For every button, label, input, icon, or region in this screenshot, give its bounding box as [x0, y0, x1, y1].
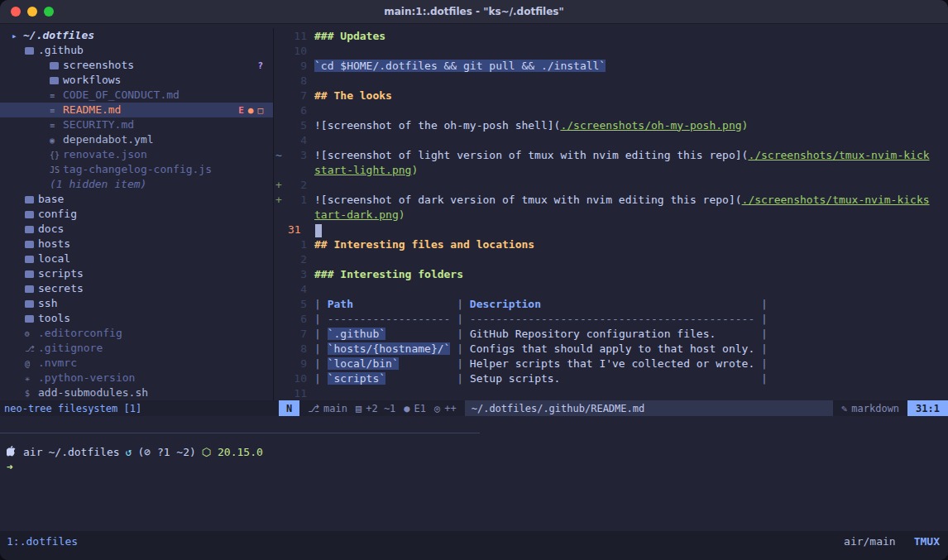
tree-item-dependabot-yml[interactable]: ◉dependabot.yml — [0, 132, 273, 147]
git-modified-marker: ● — [248, 105, 254, 116]
editor-line[interactable]: tart-dark.png) — [275, 207, 948, 222]
line-number: 6 — [287, 104, 307, 117]
editor-line[interactable]: 5| Path | Description | — [275, 296, 948, 311]
line-segment: | — [754, 357, 768, 370]
tree-item-python-version[interactable]: ✳.python-version — [0, 371, 273, 385]
line-number: 9 — [287, 60, 307, 72]
editor-line[interactable]: 3### Interesting folders — [275, 266, 948, 281]
editor-line[interactable]: 5![screenshot of the oh-my-posh shell](.… — [275, 117, 948, 132]
tree-item-label: tag-changelog-config.js — [63, 162, 212, 177]
editor-line[interactable]: start-light.png) — [275, 162, 948, 177]
tree-item-label: renovate.json — [63, 147, 147, 162]
tree-item-screenshots[interactable]: screenshots? — [0, 58, 273, 73]
line-number: 10 — [287, 372, 307, 385]
tree-item-1-hidden-item[interactable]: (1 hidden item) — [0, 177, 273, 192]
git-icon: ⎇ — [25, 344, 38, 353]
cursor — [315, 224, 322, 237]
close-button[interactable] — [11, 7, 21, 17]
editor-line[interactable]: +2 — [275, 177, 948, 192]
line-segment: | — [450, 372, 469, 385]
editor-line[interactable]: 2 — [275, 251, 948, 266]
tree-item-label: config — [38, 207, 77, 222]
tree-item-ssh[interactable]: ssh — [0, 296, 273, 311]
tree-item-workflows[interactable]: workflows — [0, 73, 273, 88]
folder-icon — [25, 270, 38, 278]
tree-item-label: CODE_OF_CONDUCT.md — [63, 88, 180, 103]
editor-line[interactable]: 11 — [275, 385, 948, 400]
tree-item-docs[interactable]: docs — [0, 222, 273, 237]
diagnostic-count: E1 — [414, 403, 426, 414]
line-segment: | — [754, 328, 768, 340]
tree-item-github[interactable]: .github — [0, 43, 273, 58]
editor-line[interactable]: 6 — [275, 103, 948, 117]
line-segment: | — [450, 313, 469, 325]
line-segment — [399, 357, 451, 370]
line-segment: ) — [399, 208, 405, 221]
line-number: 6 — [287, 313, 307, 325]
terminal-pane[interactable]: air~/.dotfiles↺(⊘ ?1 ~2)⬡ 20.15.0 ➜ — [0, 416, 948, 531]
editor-line[interactable]: 6| ------------------- | ---------------… — [275, 311, 948, 326]
line-text: ### Interesting folders — [314, 268, 463, 280]
tree-item-label: scripts — [38, 266, 84, 281]
editor-line[interactable]: 4 — [275, 132, 948, 147]
editorconfig-icon: ⚙ — [25, 329, 38, 338]
editor-line[interactable]: 7## The looks — [275, 88, 948, 103]
tree-item-scripts[interactable]: scripts — [0, 266, 273, 281]
tmux-status-bar: 1:.dotfiles air/main TMUX — [0, 531, 948, 560]
tree-item-base[interactable]: base — [0, 192, 273, 207]
line-segment: Helper scripts that I've collected or wr… — [470, 357, 754, 370]
editor-line[interactable]: 9`cd $HOME/.dotfiles && git pull && ./in… — [275, 58, 948, 73]
tree-item-dotfiles[interactable]: ▸~/.dotfiles — [0, 28, 273, 43]
editor-line[interactable]: +1![screenshot of dark version of tmux w… — [275, 192, 948, 207]
editor[interactable]: 11### Updates109`cd $HOME/.dotfiles && g… — [274, 28, 948, 400]
tree-item-add-submodules-sh[interactable]: $add-submodules.sh — [0, 385, 273, 400]
zoom-button[interactable] — [44, 7, 54, 17]
tree-item-local[interactable]: local — [0, 251, 273, 266]
tree-item-config[interactable]: config — [0, 207, 273, 222]
line-segment: | — [754, 313, 768, 325]
tree-item-markers: ? — [257, 60, 273, 71]
editor-line[interactable]: 31 — [275, 222, 948, 237]
line-text: start-light.png) — [314, 164, 418, 176]
tree-item-security-md[interactable]: ≡SECURITY.md — [0, 117, 273, 132]
tmux-window-label[interactable]: 1:.dotfiles — [7, 535, 78, 560]
sidebar: ▸~/.dotfiles.githubscreenshots?workflows… — [0, 28, 274, 400]
editor-line[interactable]: 8 — [275, 73, 948, 88]
tree-item-hosts[interactable]: hosts — [0, 237, 273, 251]
git-fetch-icon: ↺ — [126, 446, 132, 458]
tree-item-nvmrc[interactable]: @.nvmrc — [0, 356, 273, 371]
editor-line[interactable]: 8| `hosts/{hostname}/` | Configs that sh… — [275, 341, 948, 356]
prompt-segments: air~/.dotfiles↺(⊘ ?1 ~2)⬡ 20.15.0 — [23, 446, 263, 458]
editor-line[interactable]: 9| `local/bin` | Helper scripts that I'v… — [275, 356, 948, 371]
folder-icon — [25, 315, 38, 323]
line-text: | `hosts/{hostname}/` | Configs that sho… — [314, 342, 768, 355]
tree-item-label: screenshots — [63, 58, 134, 73]
tree-item-secrets[interactable]: secrets — [0, 281, 273, 296]
editor-line[interactable]: 11### Updates — [275, 28, 948, 43]
line-segment: | — [314, 298, 328, 310]
editor-line[interactable]: 10 — [275, 43, 948, 58]
tree-item-gitignore[interactable]: ⎇.gitignore — [0, 341, 273, 356]
tree-item-label: SECURITY.md — [63, 117, 134, 132]
tree-item-tools[interactable]: tools — [0, 311, 273, 326]
node-version: ⬡ 20.15.0 — [202, 446, 263, 458]
expander-icon[interactable]: ▸ — [12, 31, 23, 41]
tree-item-editorconfig[interactable]: ⚙.editorconfig — [0, 326, 273, 341]
tree-item-renovate-json[interactable]: {}renovate.json — [0, 147, 273, 162]
file-path: ~/.dotfiles/.github/README.md — [465, 400, 833, 416]
titlebar[interactable]: main:1:.dotfiles - "ks~/.dotfiles" — [0, 0, 948, 24]
tree-item-readme-md[interactable]: ≡README.mdE●□ — [0, 103, 273, 117]
tree-item-tag-changelog-config-js[interactable]: JStag-changelog-config.js — [0, 162, 273, 177]
line-number: 3 — [287, 268, 307, 280]
line-segment: | — [450, 342, 469, 355]
editor-line[interactable]: 10| `scripts` | Setup scripts. | — [275, 371, 948, 385]
terminal-window: main:1:.dotfiles - "ks~/.dotfiles" ▸~/.d… — [0, 0, 948, 560]
gutter-sign: ~ — [275, 149, 287, 161]
line-segment: | — [314, 313, 328, 325]
editor-line[interactable]: 4 — [275, 281, 948, 296]
editor-line[interactable]: 1## Interesting files and locations — [275, 237, 948, 251]
minimize-button[interactable] — [27, 7, 37, 17]
editor-line[interactable]: 7| `.github` | GitHub Repository configu… — [275, 326, 948, 341]
editor-line[interactable]: ~3![screenshot of light version of tmux … — [275, 147, 948, 162]
tree-item-code-of-conduct-md[interactable]: ≡CODE_OF_CONDUCT.md — [0, 88, 273, 103]
